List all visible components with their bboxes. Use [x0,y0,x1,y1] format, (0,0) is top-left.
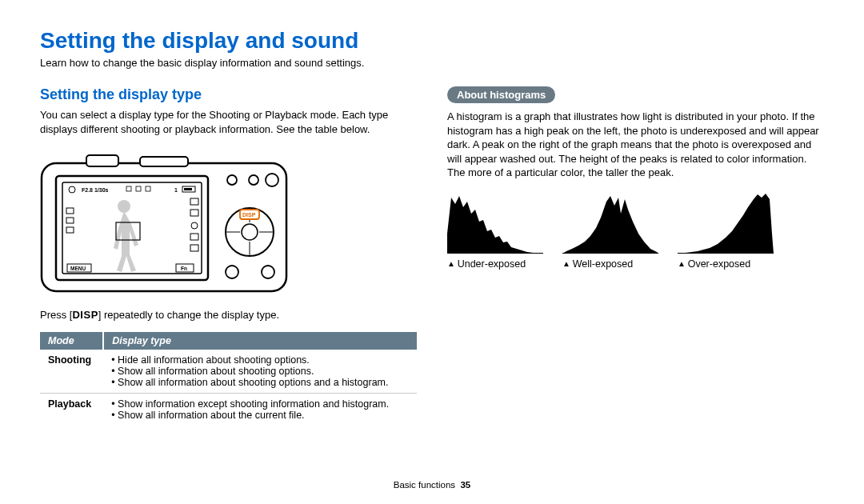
disp-button-label: DISP [72,309,98,321]
lcd-exposure-text: F2.8 1/30s [82,187,109,193]
svg-point-34 [226,266,238,278]
svg-point-25 [249,175,258,185]
page-intro: Learn how to change the basic display in… [40,57,824,69]
display-type-table: Mode Display type Shooting Hide all info… [40,332,417,426]
table-item: Show all information about shooting opti… [111,366,409,377]
histogram-label: Well-exposed [562,258,658,270]
histogram-under-exposed: Under-exposed [447,190,543,270]
histogram-chart-icon [562,190,658,254]
footer-page-number: 35 [460,480,470,490]
svg-point-26 [227,175,237,185]
dpad-disp-label: DISP [242,212,256,218]
svg-point-35 [262,266,274,278]
histogram-well-exposed: Well-exposed [562,190,658,270]
table-item: Show all information about the current f… [111,410,409,421]
table-header-display-type: Display type [103,332,417,350]
table-row: Shooting Hide all information about shoo… [40,350,417,394]
display-type-body: You can select a display type for the Sh… [40,108,417,136]
histogram-over-exposed: Over-exposed [678,190,774,270]
page-title: Setting the display and sound [40,28,824,54]
section-heading-display-type: Setting the display type [40,86,417,103]
table-row: Playback Show information except shootin… [40,394,417,426]
table-item: Show information except shooting informa… [111,398,409,410]
table-item: Show all information about shooting opti… [111,377,409,388]
lcd-menu-label: MENU [70,266,86,271]
press-prefix: Press [ [40,309,72,321]
histogram-body: A histogram is a graph that illustrates … [447,110,824,180]
svg-point-24 [266,174,278,186]
histogram-label: Under-exposed [447,258,543,270]
footer-section: Basic functions [394,480,455,490]
table-mode-cell: Playback [40,394,103,426]
table-item: Hide all information about shooting opti… [111,354,409,366]
svg-rect-11 [184,188,192,190]
svg-rect-2 [140,157,188,166]
page-footer: Basic functions 35 [0,480,864,490]
svg-point-12 [118,200,130,213]
left-column: Setting the display type You can select … [40,86,417,426]
about-histograms-pill: About histograms [447,86,555,103]
two-column-layout: Setting the display type You can select … [40,86,824,426]
lcd-fn-label: Fn [181,266,187,271]
camera-illustration: F2.8 1/30s 1 [40,152,288,296]
table-header-mode: Mode [40,332,103,350]
table-mode-cell: Shooting [40,350,103,394]
histogram-chart-icon [678,190,774,254]
press-instruction: Press [DISP] repeatedly to change the di… [40,309,417,321]
histogram-label: Over-exposed [678,258,774,270]
svg-text:1: 1 [174,187,178,193]
histogram-row: Under-exposed Well-exposed Over-exposed [447,190,824,270]
right-column: About histograms A histogram is a graph … [447,86,824,426]
press-suffix: ] repeatedly to change the display type. [98,309,279,321]
svg-rect-1 [86,155,118,166]
histogram-chart-icon [447,190,543,254]
svg-point-28 [242,224,258,240]
